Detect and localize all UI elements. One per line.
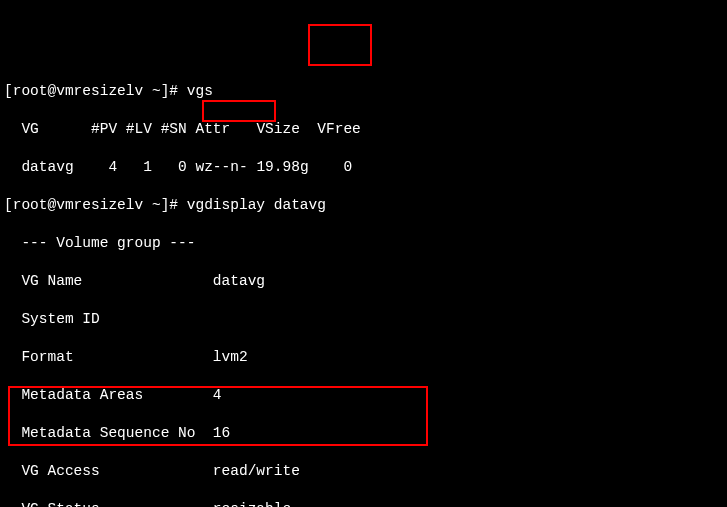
vgs-col-vsize: VSize [256, 121, 300, 137]
command-vgdisplay: vgdisplay datavg [187, 197, 326, 213]
field-vg-name: VG Name datavg [4, 272, 723, 291]
command-vgs: vgs [187, 83, 213, 99]
label-system-id: System ID [21, 311, 99, 327]
prompt-userhost: [root@vmresizelv ~]# [4, 83, 178, 99]
field-vg-status: VG Status resizable [4, 500, 723, 507]
label-meta-areas: Metadata Areas [21, 387, 143, 403]
vgs-col-lv: #LV [126, 121, 152, 137]
field-system-id: System ID [4, 310, 723, 329]
label-format: Format [21, 349, 73, 365]
value-format: lvm2 [213, 349, 248, 365]
vgs-col-attr: Attr [195, 121, 230, 137]
vgs-row: datavg 4 1 0 wz--n- 19.98g 0 [4, 158, 723, 177]
field-meta-seq: Metadata Sequence No 16 [4, 424, 723, 443]
vgs-col-sn: #SN [161, 121, 187, 137]
vgs-val-vfree: 0 [343, 159, 352, 175]
section-header: --- Volume group --- [4, 234, 723, 253]
vgs-val-sn: 0 [178, 159, 187, 175]
value-meta-seq: 16 [213, 425, 230, 441]
label-vg-name: VG Name [21, 273, 82, 289]
vgs-val-vg: datavg [21, 159, 73, 175]
value-vg-status: resizable [213, 501, 291, 507]
field-format: Format lvm2 [4, 348, 723, 367]
vgs-col-pv: #PV [91, 121, 117, 137]
label-meta-seq: Metadata Sequence No [21, 425, 195, 441]
vgs-val-attr: wz--n- [195, 159, 247, 175]
vgs-val-pv: 4 [108, 159, 117, 175]
vgs-val-vsize: 19.98g [256, 159, 308, 175]
vgs-col-vfree: VFree [317, 121, 361, 137]
field-vg-access: VG Access read/write [4, 462, 723, 481]
label-vg-status: VG Status [21, 501, 99, 507]
highlight-vg-name [202, 100, 276, 122]
prompt-userhost: [root@vmresizelv ~]# [4, 197, 178, 213]
label-vg-access: VG Access [21, 463, 99, 479]
value-vg-access: read/write [213, 463, 300, 479]
highlight-vfree [308, 24, 372, 66]
prompt-line-1: [root@vmresizelv ~]# vgs [4, 82, 723, 101]
field-meta-areas: Metadata Areas 4 [4, 386, 723, 405]
prompt-line-2: [root@vmresizelv ~]# vgdisplay datavg [4, 196, 723, 215]
vgs-val-lv: 1 [143, 159, 152, 175]
vgs-col-vg: VG [21, 121, 38, 137]
value-vg-name: datavg [213, 273, 265, 289]
vgs-header: VG #PV #LV #SN Attr VSize VFree [4, 120, 723, 139]
value-meta-areas: 4 [213, 387, 222, 403]
